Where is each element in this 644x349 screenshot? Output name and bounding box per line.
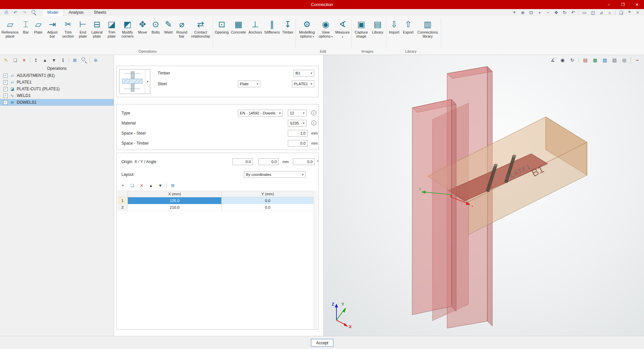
edit-operation-icon[interactable]: ✎	[3, 57, 9, 63]
capture-image-button[interactable]: ▣ Capture image	[353, 17, 369, 47]
y-cell[interactable]: 0.0	[222, 204, 314, 211]
import-button[interactable]: ⇩ Import	[388, 17, 400, 47]
contact-relationship-button[interactable]: ⇄ Contact relationship	[190, 17, 211, 47]
dowel-size-select[interactable]: 12 ▾	[288, 110, 307, 116]
search-button[interactable]	[31, 9, 37, 15]
operation-weld1[interactable]: ✓ ∿ WELD1	[0, 92, 114, 99]
close-view-icon[interactable]: ✕	[635, 10, 641, 15]
move-button[interactable]: ✥ Move	[137, 17, 148, 47]
y-cell[interactable]: 0.0	[222, 197, 314, 204]
row-up-icon[interactable]: ▲	[148, 182, 154, 189]
type-info-icon[interactable]: i	[311, 110, 316, 115]
move-up-icon[interactable]: ▲	[42, 57, 48, 63]
modify-corners-button[interactable]: ◩ Modify corners	[119, 17, 136, 47]
coordinate-row-2[interactable]: 2 210.0 0.0	[117, 204, 314, 211]
timber-member-select[interactable]: B1 ▾	[293, 70, 314, 77]
visibility-icon[interactable]: ◉	[559, 57, 566, 63]
origin-angle-input[interactable]	[293, 158, 315, 165]
adjust-bar-button[interactable]: ⇥ Adjust bar	[46, 17, 59, 47]
material-select[interactable]: S235 ▾	[288, 120, 307, 127]
group-tree-icon[interactable]: ⊞	[71, 57, 78, 63]
table-options-icon[interactable]: ⊞	[169, 182, 176, 189]
move-top-icon[interactable]: ↥	[33, 57, 39, 63]
view-layout-icon[interactable]: ▭	[582, 10, 587, 15]
steel-type-select[interactable]: Plate ▾	[238, 81, 260, 87]
connections-library-button[interactable]: ▥ Connections library	[416, 17, 439, 47]
orbit-icon[interactable]: ↻	[562, 10, 568, 15]
zoom-selected-icon[interactable]: ⌖	[512, 10, 517, 15]
delete-operation-icon[interactable]: ✕	[21, 57, 28, 63]
minimize-button[interactable]: –	[602, 0, 616, 9]
end-plate-button[interactable]: ⊢ End plate	[77, 17, 89, 47]
table-scrollbar[interactable]	[314, 191, 318, 329]
solid-view-icon[interactable]: ▧	[601, 57, 608, 63]
material-info-icon[interactable]: i	[311, 120, 316, 126]
filter-icon[interactable]: ⊚	[92, 57, 99, 63]
zoom-in-icon[interactable]: +	[537, 10, 542, 15]
zoom-window-icon[interactable]: ⊡	[528, 10, 534, 15]
previous-view-icon[interactable]: ↶	[570, 10, 576, 15]
dimension-icon[interactable]: ∡	[549, 57, 556, 63]
dowel-type-select[interactable]: EN - 14592 - Dowels ▾	[238, 110, 283, 116]
pan-icon[interactable]: ✥	[553, 10, 559, 15]
save-button[interactable]: ⎙	[3, 9, 9, 15]
trim-section-button[interactable]: ✂ Trim section	[60, 17, 76, 47]
stiffeners-button[interactable]: ∥ Stiffeners	[264, 17, 280, 47]
bolts-button[interactable]: ⊙ Bolts	[150, 17, 162, 47]
connector-icon[interactable]: ⌁	[634, 57, 641, 63]
timber-button[interactable]: ↧ Timber	[281, 17, 294, 47]
checkbox[interactable]: ✓	[3, 73, 8, 78]
report-icon[interactable]: ▤	[582, 57, 589, 63]
axonometry-icon[interactable]: ⊿	[598, 10, 604, 15]
concrete-button[interactable]: ▦ Concrete	[230, 17, 247, 47]
operation-plate1[interactable]: ✓ ▱ PLATE1	[0, 79, 114, 86]
close-button[interactable]: ✕	[630, 0, 644, 9]
add-row-icon[interactable]: +	[119, 182, 126, 189]
accept-button[interactable]: Accept	[311, 339, 333, 347]
move-down-icon[interactable]: ▼	[51, 57, 57, 63]
checkbox[interactable]: ✓	[3, 100, 8, 105]
trim-plate-button[interactable]: ◪ Trim plate	[105, 17, 118, 47]
view-options-button[interactable]: ◉ View options	[318, 17, 333, 47]
check-icon[interactable]: ▦	[592, 57, 598, 63]
delete-row-icon[interactable]: ✕	[138, 182, 145, 189]
home-view-icon[interactable]: ⌂	[607, 10, 612, 15]
move-bottom-icon[interactable]: ↧	[60, 57, 66, 63]
screenshot-icon[interactable]: ❏	[618, 10, 624, 15]
copy-row-icon[interactable]: ❏	[129, 182, 136, 189]
checkbox[interactable]: ✓	[3, 87, 8, 91]
round-bar-button[interactable]: ⌀ Round bar	[175, 17, 189, 47]
row-down-icon[interactable]: ▼	[157, 182, 164, 189]
tab-sheets[interactable]: Sheets	[89, 9, 111, 16]
undo-button[interactable]: ↶	[12, 9, 18, 15]
3d-viewport[interactable]: PLATE1 B1 Y x Z Y X	[324, 55, 644, 336]
x-cell[interactable]: 125.0	[128, 197, 222, 204]
opening-button[interactable]: ⊡ Opening	[214, 17, 229, 47]
modelling-options-button[interactable]: ⚙ Modelling options	[297, 17, 317, 47]
zoom-extents-icon[interactable]: ⊕	[520, 10, 526, 15]
wireframe-icon[interactable]: ◎	[621, 57, 628, 63]
layout-select[interactable]: By coordinates ▾	[244, 171, 306, 178]
split-view-icon[interactable]: ◫	[590, 10, 596, 15]
export-button[interactable]: ⇧ Export	[402, 17, 415, 47]
plate-button[interactable]: ▱ Plate	[32, 17, 44, 47]
bar-button[interactable]: ⌶ Bar	[21, 17, 31, 47]
steel-plate-select[interactable]: PLATE1 ▾	[292, 81, 314, 87]
checkbox[interactable]: ✓	[3, 80, 8, 85]
layers-icon[interactable]: ▨	[611, 57, 618, 63]
coordinate-row-1[interactable]: 1 125.0 0.0	[117, 197, 314, 204]
origin-x-input[interactable]	[232, 158, 253, 165]
space-timber-input[interactable]	[288, 140, 308, 147]
weld-button[interactable]: ✎ Weld	[163, 17, 174, 47]
zoom-out-icon[interactable]: −	[545, 10, 551, 15]
x-cell[interactable]: 210.0	[128, 204, 222, 211]
reference-plane-button[interactable]: ▱ Reference plane	[1, 17, 19, 47]
redo-button[interactable]: ↷	[21, 9, 28, 15]
measure-button[interactable]: ∢ Measure	[335, 17, 350, 47]
copy-operation-icon[interactable]: ❏	[12, 57, 18, 63]
orbit-view-icon[interactable]: ↻	[569, 57, 576, 63]
library-button[interactable]: ▤ Library	[371, 17, 385, 47]
tab-model[interactable]: Model	[42, 9, 64, 16]
origin-y-input[interactable]	[258, 158, 279, 165]
feedback-icon[interactable]: ❝	[627, 10, 632, 15]
